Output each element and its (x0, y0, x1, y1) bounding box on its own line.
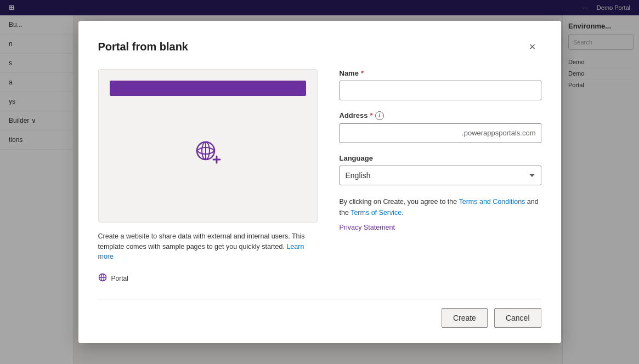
portal-tag-label: Portal (111, 275, 128, 282)
portal-globe-icon (191, 135, 224, 173)
terms-conditions-link[interactable]: Terms and Conditions (459, 198, 525, 206)
language-select[interactable]: English Spanish French German Japanese C… (340, 166, 541, 185)
portal-tag-globe-icon (98, 273, 107, 283)
address-info-icon: i (375, 111, 384, 120)
modal-right-panel: Name * Address * i .powerappsportals.com (340, 69, 541, 283)
create-button[interactable]: Create (442, 308, 488, 328)
language-form-group: Language English Spanish French German J… (340, 154, 541, 185)
portal-preview (98, 69, 318, 223)
portal-tag-row: Portal (98, 273, 318, 283)
portal-description: Create a website to share data with exte… (98, 231, 318, 262)
cancel-button[interactable]: Cancel (494, 308, 541, 328)
terms-group: By clicking on Create, you agree to the … (340, 196, 541, 231)
address-input[interactable] (340, 123, 541, 143)
language-label: Language (340, 154, 541, 162)
modal-dialog: Portal from blank × (78, 21, 561, 343)
modal-header: Portal from blank × (98, 38, 541, 56)
address-input-wrapper: .powerappsportals.com (340, 123, 541, 143)
name-required-star: * (361, 69, 364, 77)
name-form-group: Name * (340, 69, 541, 100)
address-required-star: * (370, 111, 373, 120)
close-button[interactable]: × (524, 38, 541, 56)
address-label: Address * i (340, 111, 541, 120)
preview-bar (110, 81, 306, 96)
terms-text: By clicking on Create, you agree to the … (340, 196, 541, 218)
modal-backdrop: Portal from blank × (0, 0, 639, 364)
modal-left-panel: Create a website to share data with exte… (98, 69, 318, 283)
close-icon: × (529, 41, 536, 53)
modal-body: Create a website to share data with exte… (98, 69, 541, 283)
name-label: Name * (340, 69, 541, 77)
name-input[interactable] (340, 81, 541, 100)
language-select-wrapper: English Spanish French German Japanese C… (340, 166, 541, 185)
modal-title: Portal from blank (98, 41, 188, 53)
privacy-statement-link[interactable]: Privacy Statement (340, 224, 541, 231)
modal-footer: Create Cancel (98, 299, 541, 328)
address-form-group: Address * i .powerappsportals.com (340, 111, 541, 143)
terms-service-link[interactable]: Terms of Service (350, 209, 402, 217)
